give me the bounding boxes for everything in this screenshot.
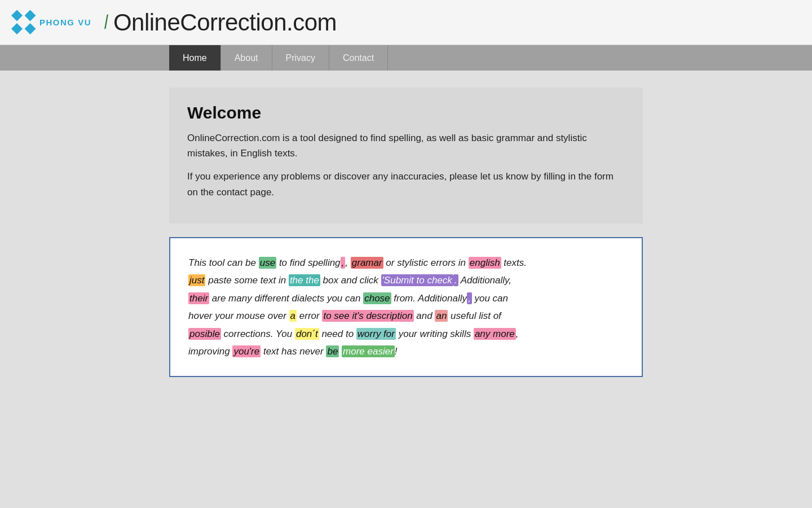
error-any-more[interactable]: any more	[474, 328, 516, 340]
sample-text-line-2: just paste some text in the the box and …	[188, 271, 624, 289]
error-gramar[interactable]: gramar	[351, 257, 383, 269]
error-an[interactable]: an	[435, 310, 448, 322]
diamond-2	[25, 10, 36, 21]
welcome-paragraph-2: If you experience any problems or discov…	[187, 169, 625, 199]
logo-diamonds	[11, 10, 36, 35]
site-title-area: / OnlineCorrection.com	[104, 9, 337, 36]
main-content: Welcome OnlineCorrection.com is a tool d…	[0, 71, 812, 388]
pencil-icon: /	[101, 11, 111, 33]
error-period[interactable]: .	[453, 274, 458, 286]
nav-item-privacy[interactable]: Privacy	[272, 45, 329, 71]
error-worry-for[interactable]: worry for	[356, 328, 396, 340]
diamond-3	[11, 23, 23, 34]
site-title: OnlineCorrection.com	[113, 9, 337, 36]
nav-item-home[interactable]: Home	[169, 45, 221, 71]
error-comma[interactable]: ,	[341, 257, 346, 269]
error-posible[interactable]: posible	[188, 328, 221, 340]
main-nav: Home About Privacy Contact	[0, 45, 812, 71]
error-comma2[interactable]: ,	[467, 292, 472, 304]
error-dont[interactable]: don´t	[295, 328, 319, 340]
welcome-box: Welcome OnlineCorrection.com is a tool d…	[169, 87, 643, 224]
welcome-paragraph-1: OnlineCorrection.com is a tool designed …	[187, 130, 625, 161]
sample-text-line-4: hover your mouse over a error to see it'…	[188, 307, 624, 325]
error-just[interactable]: just	[188, 274, 205, 286]
phong-vu-text: PHONG VU	[39, 17, 91, 27]
sample-text-line-1: This tool can be use to find spelling,, …	[188, 254, 624, 271]
diamond-4	[25, 23, 36, 34]
error-youre[interactable]: you're	[232, 345, 261, 357]
error-a[interactable]: a	[289, 310, 297, 322]
site-header: PHONG VU / OnlineCorrection.com	[0, 0, 812, 45]
error-to-see[interactable]: to see it's description	[322, 310, 413, 322]
error-more-easier[interactable]: more easier	[342, 345, 395, 357]
nav-item-about[interactable]: About	[221, 45, 272, 71]
error-english[interactable]: english	[469, 257, 501, 269]
welcome-title: Welcome	[187, 103, 625, 122]
error-be[interactable]: be	[326, 345, 339, 357]
phong-vu-logo: PHONG VU	[11, 10, 91, 35]
sample-text-line-3: their are many different dialects you ca…	[188, 290, 624, 307]
error-their[interactable]: their	[188, 292, 209, 304]
sample-text-line-6: improving you're text has never be more …	[188, 343, 624, 360]
error-submit[interactable]: 'Submit to check	[381, 274, 453, 286]
error-use[interactable]: use	[259, 257, 276, 269]
sample-text-box: This tool can be use to find spelling,, …	[169, 237, 643, 378]
error-chose[interactable]: chose	[363, 292, 391, 304]
sample-text-line-5: posible corrections. You don´t need to w…	[188, 325, 624, 343]
error-the-the[interactable]: the the	[289, 274, 320, 286]
nav-item-contact[interactable]: Contact	[329, 45, 388, 71]
diamond-1	[11, 10, 23, 21]
